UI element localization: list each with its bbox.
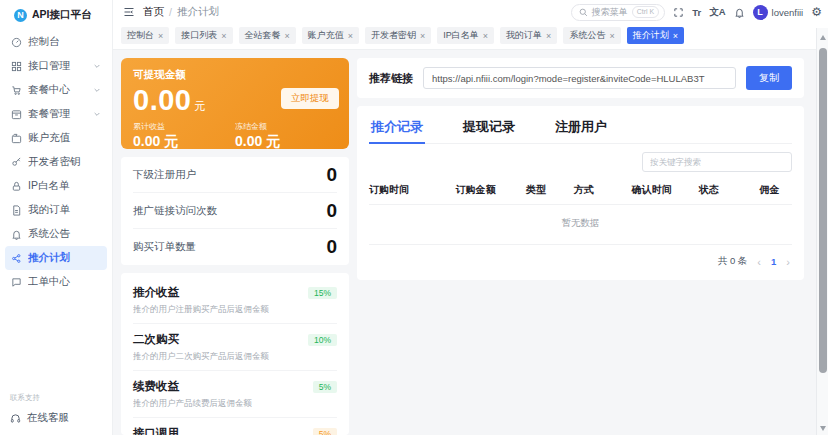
- document-icon: [11, 205, 22, 216]
- tab-chip-label: 全站套餐: [245, 29, 281, 42]
- sidebar-item-ticket-center[interactable]: 工单中心: [5, 270, 107, 294]
- wallet-icon: [11, 133, 22, 144]
- column-header: 状态: [699, 183, 747, 197]
- tab-chip-label: IP白名单: [443, 29, 479, 42]
- tab-chip-api-list[interactable]: 接口列表×: [175, 27, 232, 44]
- column-header: 订购金额: [456, 183, 527, 197]
- sidebar-support: 联系支持 在线客服: [0, 387, 112, 435]
- referral-link-input[interactable]: [423, 67, 736, 89]
- top-header: 首页 / 推介计划 搜索菜单 Ctrl K Tr 文A L lovenfiii …: [113, 0, 828, 24]
- tab-chip-announcements[interactable]: 系统公告×: [563, 27, 620, 44]
- font-size-icon[interactable]: Tr: [692, 7, 701, 18]
- username: lovenfiii: [772, 7, 804, 18]
- close-icon[interactable]: ×: [609, 31, 614, 41]
- collapse-sidebar-icon[interactable]: [123, 6, 135, 18]
- commission-rate-badge: 10%: [308, 334, 337, 346]
- wallet-title: 可提现金额: [133, 68, 337, 82]
- wallet-amount: 0.00: [133, 84, 191, 117]
- user-menu[interactable]: L lovenfiii: [753, 5, 804, 20]
- support-caption: 联系支持: [10, 393, 102, 403]
- tab-chip-site-packages[interactable]: 全站套餐×: [239, 27, 296, 44]
- withdrawable-balance-card: 可提现金额 0.00 元 立即提现 累计收益 0.00 元 冻结金额 0.00 …: [121, 58, 349, 149]
- tab-chip-dashboard[interactable]: 控制台×: [121, 27, 169, 44]
- tab-referral-records[interactable]: 推介记录: [369, 114, 425, 143]
- package-icon: [11, 109, 22, 120]
- counter-value: 0: [326, 236, 337, 258]
- sidebar-item-recharge[interactable]: 账户充值: [5, 126, 107, 150]
- sidebar-item-label: 控制台: [28, 35, 101, 49]
- wallet-stat-label: 冻结金额: [235, 121, 337, 132]
- sidebar-item-referral-plan[interactable]: 推介计划: [5, 246, 107, 270]
- scroll-down-arrow[interactable]: [820, 426, 826, 431]
- next-page-icon[interactable]: ›: [786, 256, 790, 268]
- avatar: L: [753, 5, 768, 20]
- sidebar-item-ip-whitelist[interactable]: IP白名单: [5, 174, 107, 198]
- scroll-up-arrow[interactable]: [820, 35, 826, 40]
- keyword-search-input[interactable]: [642, 152, 792, 172]
- sidebar-item-api-management[interactable]: 接口管理: [5, 54, 107, 78]
- wallet-unit: 元: [194, 99, 205, 114]
- tab-chip-label: 账户充值: [308, 29, 344, 42]
- withdraw-now-button[interactable]: 立即提现: [281, 88, 339, 109]
- scrollbar-thumb[interactable]: [819, 48, 827, 373]
- app-logo[interactable]: N API接口平台: [0, 2, 112, 28]
- cart-icon: [11, 85, 22, 96]
- sidebar-item-package-center[interactable]: 套餐中心: [5, 78, 107, 102]
- tab-chip-label: 开发者密钥: [371, 29, 416, 42]
- notifications-bell-icon[interactable]: [734, 7, 745, 18]
- chevron-down-icon: [93, 62, 101, 70]
- sidebar-item-announcements[interactable]: 系统公告: [5, 222, 107, 246]
- menu-search-input[interactable]: 搜索菜单 Ctrl K: [571, 4, 666, 21]
- wallet-frozen-amount: 冻结金额 0.00 元: [235, 121, 337, 151]
- commission-api-calls: 接口调用 5% 推介用户使用余额调用接口后返佣金额: [133, 418, 337, 435]
- tab-chip-referral-plan[interactable]: 推介计划×: [627, 27, 684, 44]
- key-icon: [11, 157, 22, 168]
- close-icon[interactable]: ×: [348, 31, 353, 41]
- search-icon: [579, 8, 588, 17]
- sidebar-item-dashboard[interactable]: 控制台: [5, 30, 107, 54]
- sidebar-item-package-management[interactable]: 套餐管理: [5, 102, 107, 126]
- tab-chip-recharge[interactable]: 账户充值×: [302, 27, 359, 44]
- dashboard-icon: [11, 37, 22, 48]
- close-icon[interactable]: ×: [158, 31, 163, 41]
- search-shortcut-badge: Ctrl K: [632, 6, 660, 18]
- tab-chip-label: 控制台: [127, 29, 154, 42]
- tab-chip-ip-whitelist[interactable]: IP白名单×: [437, 27, 494, 44]
- pagination: 共 0 条 ‹ 1 ›: [369, 245, 792, 274]
- breadcrumb-home[interactable]: 首页: [143, 5, 164, 19]
- sidebar-item-label: 套餐管理: [28, 107, 87, 121]
- sidebar-item-online-support[interactable]: 在线客服: [10, 411, 102, 425]
- column-header: 类型: [526, 183, 574, 197]
- tab-chip-my-orders[interactable]: 我的订单×: [500, 27, 557, 44]
- translate-icon[interactable]: 文A: [709, 6, 725, 19]
- close-icon[interactable]: ×: [285, 31, 290, 41]
- close-icon[interactable]: ×: [221, 31, 226, 41]
- settings-gear-icon[interactable]: ⚙: [811, 5, 822, 19]
- tab-chip-developer-keys[interactable]: 开发者密钥×: [365, 27, 431, 44]
- copy-button[interactable]: 复制: [746, 66, 792, 90]
- sidebar-item-label: 工单中心: [28, 275, 101, 289]
- current-page-button[interactable]: 1: [771, 256, 776, 267]
- fullscreen-icon[interactable]: [673, 7, 684, 18]
- vertical-scrollbar[interactable]: [816, 28, 828, 435]
- commission-renewal-income: 续费收益 5% 推介的用户产品续费后返佣金额: [133, 371, 337, 418]
- close-icon[interactable]: ×: [483, 31, 488, 41]
- tab-chip-label: 推介计划: [633, 29, 669, 42]
- prev-page-icon[interactable]: ‹: [757, 256, 761, 268]
- referral-link-label: 推荐链接: [369, 71, 413, 86]
- tab-withdraw-records[interactable]: 提现记录: [461, 114, 517, 143]
- commission-title: 接口调用: [133, 426, 179, 435]
- counter-label: 推广链接访问次数: [133, 204, 217, 218]
- sidebar-item-my-orders[interactable]: 我的订单: [5, 198, 107, 222]
- app-title: API接口平台: [32, 8, 92, 22]
- chevron-down-icon: [93, 86, 101, 94]
- sidebar-item-developer-keys[interactable]: 开发者密钥: [5, 150, 107, 174]
- tab-registered-users[interactable]: 注册用户: [553, 114, 609, 143]
- close-icon[interactable]: ×: [673, 31, 678, 41]
- close-icon[interactable]: ×: [546, 31, 551, 41]
- close-icon[interactable]: ×: [420, 31, 425, 41]
- chat-icon: [11, 277, 22, 288]
- counter-purchase-orders: 购买订单数量 0: [133, 229, 337, 265]
- sidebar-item-label: 我的订单: [28, 203, 101, 217]
- main-area: 首页 / 推介计划 搜索菜单 Ctrl K Tr 文A L lovenfiii …: [113, 0, 828, 435]
